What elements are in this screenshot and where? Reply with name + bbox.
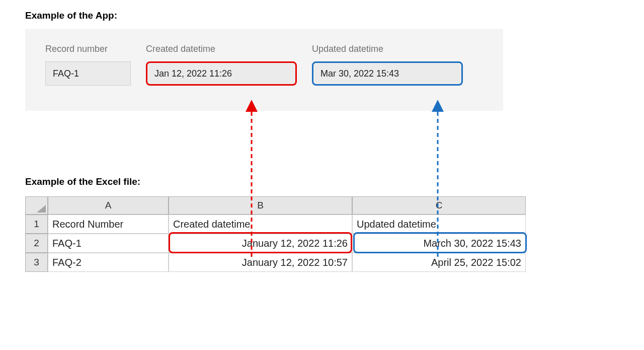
excel-cell-c1[interactable]: Updated datetime <box>352 215 526 234</box>
excel-row-3: 3 FAQ-2 January 12, 2022 10:57 April 25,… <box>25 253 548 272</box>
excel-column-header-b[interactable]: B <box>169 196 352 215</box>
excel-cell-b1[interactable]: Created datetime <box>169 215 352 234</box>
excel-cell-b2[interactable]: January 12, 2022 11:26 <box>169 234 352 253</box>
excel-row-header-3[interactable]: 3 <box>25 253 48 272</box>
excel-row-header-2[interactable]: 2 <box>25 234 48 253</box>
excel-row-1: 1 Record Number Created datetime Updated… <box>25 215 548 234</box>
app-data-row: FAQ-1 Jan 12, 2022 11:26 Mar 30, 2022 15… <box>45 61 483 86</box>
excel-column-header-a[interactable]: A <box>48 196 169 215</box>
app-cell-updated-highlighted: Mar 30, 2022 15:43 <box>312 61 463 86</box>
excel-column-header-row: A B C <box>25 196 548 215</box>
excel-cell-c2[interactable]: March 30, 2022 15:43 <box>352 234 526 253</box>
excel-container: A B C 1 Record Number Created datetime U… <box>25 196 619 272</box>
app-example-heading: Example of the App: <box>25 10 619 21</box>
app-header-row: Record number Created datetime Updated d… <box>45 44 483 54</box>
app-header-record-number: Record number <box>45 44 146 54</box>
excel-grid: A B C 1 Record Number Created datetime U… <box>25 196 548 272</box>
app-header-updated: Updated datetime <box>312 44 478 54</box>
app-cell-record-number: FAQ-1 <box>45 61 131 86</box>
excel-cell-a1[interactable]: Record Number <box>48 215 169 234</box>
excel-row-header-1[interactable]: 1 <box>25 215 48 234</box>
app-cell-created-highlighted: Jan 12, 2022 11:26 <box>146 61 297 86</box>
app-example-panel: Record number Created datetime Updated d… <box>25 29 503 111</box>
app-header-created: Created datetime <box>146 44 312 54</box>
excel-select-all-corner[interactable] <box>25 196 48 215</box>
excel-cell-c3[interactable]: April 25, 2022 15:02 <box>352 253 526 272</box>
excel-example-heading: Example of the Excel file: <box>25 176 619 187</box>
excel-cell-a2[interactable]: FAQ-1 <box>48 234 169 253</box>
excel-row-2: 2 FAQ-1 January 12, 2022 11:26 March 30,… <box>25 234 548 253</box>
excel-column-header-c[interactable]: C <box>352 196 526 215</box>
excel-cell-b3[interactable]: January 12, 2022 10:57 <box>169 253 352 272</box>
excel-cell-a3[interactable]: FAQ-2 <box>48 253 169 272</box>
